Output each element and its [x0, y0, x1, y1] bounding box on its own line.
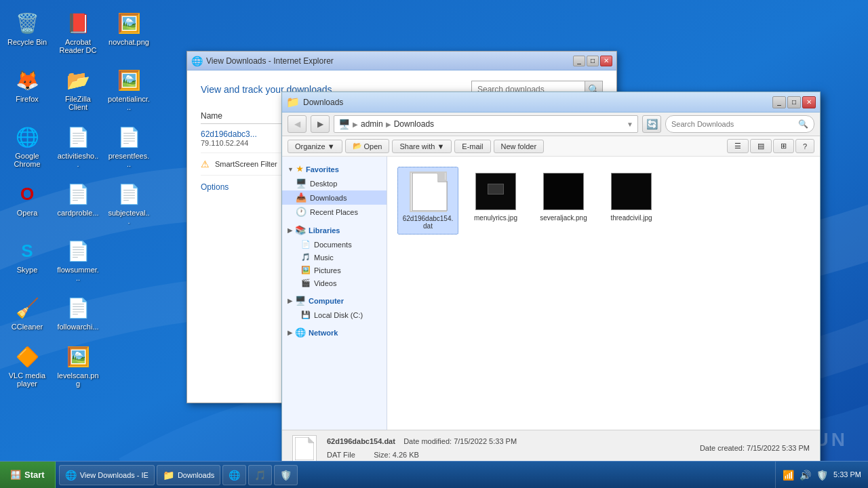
desktop-icon-filezilla[interactable]: 📂 FileZilla Client [54, 64, 102, 114]
svg-marker-2 [438, 173, 447, 182]
exp-close-button[interactable]: ✕ [802, 96, 816, 108]
desktop-icon-followarchi[interactable]: 📄 followarchi... [54, 291, 102, 333]
exp-status-filetype: DAT File [327, 451, 355, 459]
sidebar-localdisk-label: Local Disk (C:) [314, 311, 363, 319]
flowsummer-label: flowsummer... [57, 266, 99, 282]
sidebar-item-desktop[interactable]: 🖥️ Desktop [282, 176, 387, 190]
dat-file-icon-container [408, 171, 448, 212]
sidebar-item-pictures[interactable]: 🖼️ Pictures [282, 264, 387, 277]
file-item-severaljack[interactable]: severaljack.png [533, 167, 594, 235]
exp-minimize-button[interactable]: _ [772, 96, 786, 108]
pictures-sidebar-icon: 🖼️ [301, 266, 311, 274]
ie-options-link[interactable]: Options [201, 182, 229, 192]
desktop-icon-firefox[interactable]: 🦊 Firefox [3, 64, 51, 114]
taskbar-item-chrome[interactable]: 🌐 [222, 465, 246, 485]
sidebar-item-videos[interactable]: 🎬 Videos [282, 277, 387, 289]
desktop-icon-potentialincr[interactable]: 🖼️ potentialincr... [105, 64, 153, 114]
ie-titlebar: 🌐 View Downloads - Internet Explorer _ □… [187, 52, 616, 70]
exp-status-filename: 62d196dabc154.dat [327, 437, 395, 445]
tray-network-icon[interactable]: 📶 [783, 470, 794, 481]
exp-address-bar[interactable]: 🖥️ ▶ admin ▶ Downloads ▼ [334, 115, 638, 133]
exp-forward-button[interactable]: ▶ [311, 115, 330, 133]
potentialincr-label: potentialincr... [108, 95, 150, 111]
desktop-icon-cardprob[interactable]: 📄 cardproble... [54, 178, 102, 228]
desktop-icon-recycle-bin[interactable]: 🗑️ Recycle Bin [3, 7, 51, 57]
file-item-dat[interactable]: 62d196dabc154.dat [397, 167, 458, 235]
exp-view-details-button[interactable]: ▤ [750, 139, 772, 153]
exp-status-file-info: 62d196dabc154.dat Date modified: 7/15/20… [327, 435, 517, 462]
exp-open-button[interactable]: 📂 Open [345, 139, 390, 153]
ie-maximize-button[interactable]: □ [587, 56, 599, 66]
exp-network-section: ▶ 🌐 Network [282, 325, 387, 340]
exp-favorites-header[interactable]: ▼ ★ Favorites [282, 162, 387, 176]
exp-share-button[interactable]: Share with ▼ [392, 140, 452, 153]
exp-organize-button[interactable]: Organize ▼ [288, 140, 342, 153]
desktop-icon-levelscan[interactable]: 🖼️ levelscan.png [54, 340, 102, 390]
sidebar-item-local-disk[interactable]: 💾 Local Disk (C:) [282, 308, 387, 321]
desktop-icon-novchat[interactable]: 🖼️ novchat.png [105, 7, 153, 57]
exp-actionbar: Organize ▼ 📂 Open Share with ▼ E-mail Ne… [282, 136, 820, 157]
exp-address-user: admin [361, 119, 383, 129]
exp-newfolder-button[interactable]: New folder [494, 140, 545, 153]
exp-status-file-icon [292, 435, 317, 462]
exp-computer-label: Computer [309, 297, 344, 305]
exp-refresh-button[interactable]: 🔄 [642, 115, 661, 133]
tray-volume-icon[interactable]: 🔊 [800, 470, 811, 481]
desktop-icon-activitiesho[interactable]: 📄 activitiesho... [54, 121, 102, 171]
ie-minimize-button[interactable]: _ [573, 56, 585, 66]
novchat-icon: 🖼️ [115, 9, 142, 37]
sidebar-item-downloads[interactable]: 📥 Downloads [282, 190, 387, 205]
exp-email-button[interactable]: E-mail [454, 140, 490, 153]
desktop-icon-vlc[interactable]: 🔶 VLC media player [3, 340, 51, 390]
exp-help-button[interactable]: ? [795, 139, 814, 153]
desktop-icon-ccleaner[interactable]: 🧹 CCleaner [3, 291, 51, 333]
flowsummer-icon: 📄 [64, 237, 92, 264]
taskbar-item-explorer[interactable]: 📁 Downloads [157, 465, 220, 485]
desktop-icon-opera[interactable]: O Opera [3, 178, 51, 228]
taskbar-item-ie[interactable]: 🌐 View Downloads - IE [59, 465, 155, 485]
exp-search-input[interactable] [671, 120, 798, 128]
exp-view-icons-button[interactable]: ⊞ [773, 139, 794, 153]
ccleaner-icon: 🧹 [14, 294, 41, 321]
threadcivil-icon-container [611, 171, 652, 211]
exp-window-controls: _ □ ✕ [772, 96, 816, 108]
sidebar-downloads-label: Downloads [310, 194, 347, 202]
skype-icon: S [14, 237, 41, 264]
taskbar-item-security[interactable]: 🛡️ [274, 465, 298, 485]
taskbar-item-media[interactable]: 🎵 [248, 465, 272, 485]
exp-address-dropdown-icon[interactable]: ▼ [627, 121, 633, 128]
desktop-icon-flowsummer[interactable]: 📄 flowsummer... [54, 235, 102, 285]
computer-sidebar-icon: 🖥️ [295, 296, 306, 306]
explorer-task-icon: 📁 [163, 470, 174, 481]
exp-computer-header[interactable]: ▶ 🖥️ Computer [282, 293, 387, 308]
desktop-icon-skype[interactable]: S Skype [3, 235, 51, 285]
exp-network-arrow: ▶ [288, 329, 292, 336]
exp-status-date-modified-label: Date modified: [403, 437, 452, 445]
desktop-icon-subjecteval[interactable]: 📄 subjecteval... [105, 178, 153, 228]
exp-view-list-button[interactable]: ☰ [727, 139, 749, 153]
sidebar-item-recent-places[interactable]: 🕐 Recent Places [282, 205, 387, 219]
file-item-threadcivil[interactable]: threadcivil.jpg [601, 167, 662, 235]
exp-search-button[interactable]: 🔍 [798, 119, 808, 129]
exp-libraries-header[interactable]: ▶ 📚 Libraries [282, 222, 387, 238]
threadcivil-thumbnail [611, 173, 652, 210]
exp-favorites-arrow: ▼ [288, 166, 294, 173]
exp-network-header[interactable]: ▶ 🌐 Network [282, 325, 387, 340]
exp-open-icon: 📂 [353, 142, 362, 150]
exp-back-button[interactable]: ◀ [288, 115, 307, 133]
sidebar-item-music[interactable]: 🎵 Music [282, 251, 387, 264]
sidebar-item-documents[interactable]: 📄 Documents [282, 238, 387, 251]
file-item-menulyrics[interactable]: menulyrics.jpg [465, 167, 526, 235]
start-icon: 🪟 [10, 470, 21, 480]
desktop-icon-acrobat[interactable]: 📕 Acrobat Reader DC [54, 7, 102, 57]
exp-maximize-button[interactable]: □ [787, 96, 801, 108]
tray-security-icon[interactable]: 🛡️ [816, 470, 828, 481]
exp-newfolder-label: New folder [501, 142, 537, 150]
desktop-icon-chrome[interactable]: 🌐 Google Chrome [3, 121, 51, 171]
ie-close-button[interactable]: ✕ [600, 56, 612, 66]
exp-organize-arrow: ▼ [328, 142, 335, 150]
start-button[interactable]: 🪟 Start [0, 462, 56, 489]
novchat-label: novchat.png [108, 38, 149, 46]
desktop-icon-presentfees[interactable]: 📄 presentfees... [105, 121, 153, 171]
ccleaner-label: CCleaner [12, 323, 43, 331]
